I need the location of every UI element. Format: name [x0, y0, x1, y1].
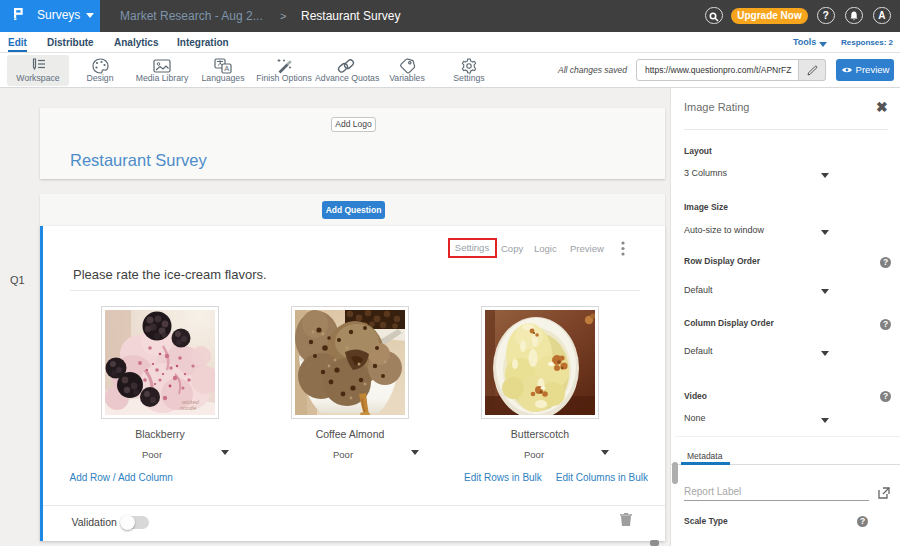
svg-text:noodle: noodle — [180, 405, 197, 411]
